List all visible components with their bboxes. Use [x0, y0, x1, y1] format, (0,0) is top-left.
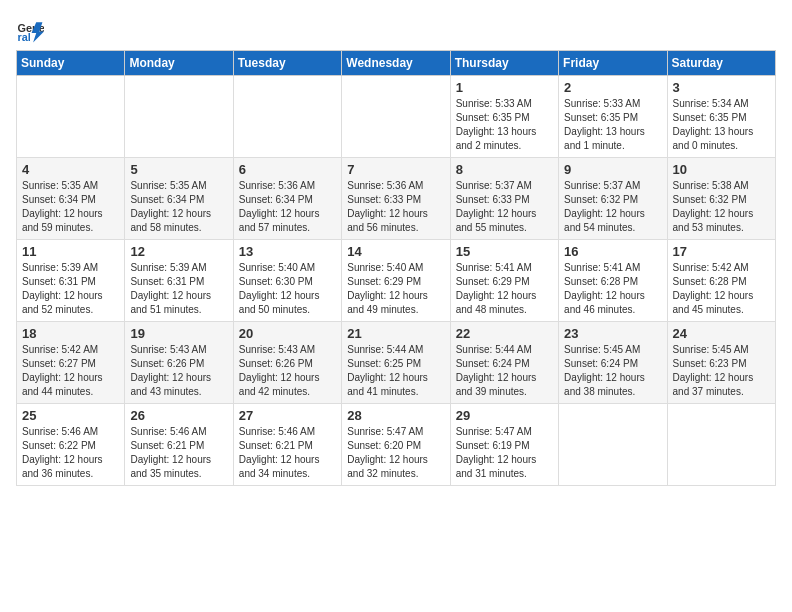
calendar-day-header: Saturday — [667, 51, 775, 76]
day-info: Sunrise: 5:41 AM Sunset: 6:28 PM Dayligh… — [564, 261, 661, 317]
logo: Gene ral — [16, 16, 48, 44]
calendar-cell: 4Sunrise: 5:35 AM Sunset: 6:34 PM Daylig… — [17, 158, 125, 240]
calendar-cell: 28Sunrise: 5:47 AM Sunset: 6:20 PM Dayli… — [342, 404, 450, 486]
day-info: Sunrise: 5:44 AM Sunset: 6:24 PM Dayligh… — [456, 343, 553, 399]
day-info: Sunrise: 5:36 AM Sunset: 6:34 PM Dayligh… — [239, 179, 336, 235]
day-info: Sunrise: 5:35 AM Sunset: 6:34 PM Dayligh… — [22, 179, 119, 235]
day-number: 10 — [673, 162, 770, 177]
calendar-cell: 5Sunrise: 5:35 AM Sunset: 6:34 PM Daylig… — [125, 158, 233, 240]
day-info: Sunrise: 5:45 AM Sunset: 6:24 PM Dayligh… — [564, 343, 661, 399]
day-number: 24 — [673, 326, 770, 341]
calendar-cell — [667, 404, 775, 486]
calendar-cell — [125, 76, 233, 158]
calendar-cell: 18Sunrise: 5:42 AM Sunset: 6:27 PM Dayli… — [17, 322, 125, 404]
calendar-day-header: Monday — [125, 51, 233, 76]
calendar-cell: 24Sunrise: 5:45 AM Sunset: 6:23 PM Dayli… — [667, 322, 775, 404]
calendar-cell: 20Sunrise: 5:43 AM Sunset: 6:26 PM Dayli… — [233, 322, 341, 404]
page-header: Gene ral — [16, 16, 776, 44]
calendar-cell: 27Sunrise: 5:46 AM Sunset: 6:21 PM Dayli… — [233, 404, 341, 486]
calendar-cell: 16Sunrise: 5:41 AM Sunset: 6:28 PM Dayli… — [559, 240, 667, 322]
day-number: 21 — [347, 326, 444, 341]
calendar-cell — [342, 76, 450, 158]
calendar-cell: 7Sunrise: 5:36 AM Sunset: 6:33 PM Daylig… — [342, 158, 450, 240]
calendar-cell: 19Sunrise: 5:43 AM Sunset: 6:26 PM Dayli… — [125, 322, 233, 404]
day-number: 18 — [22, 326, 119, 341]
day-number: 9 — [564, 162, 661, 177]
calendar-week-row: 18Sunrise: 5:42 AM Sunset: 6:27 PM Dayli… — [17, 322, 776, 404]
day-info: Sunrise: 5:46 AM Sunset: 6:21 PM Dayligh… — [239, 425, 336, 481]
day-number: 29 — [456, 408, 553, 423]
day-number: 12 — [130, 244, 227, 259]
day-number: 3 — [673, 80, 770, 95]
day-number: 28 — [347, 408, 444, 423]
day-info: Sunrise: 5:35 AM Sunset: 6:34 PM Dayligh… — [130, 179, 227, 235]
calendar-table: SundayMondayTuesdayWednesdayThursdayFrid… — [16, 50, 776, 486]
calendar-cell: 6Sunrise: 5:36 AM Sunset: 6:34 PM Daylig… — [233, 158, 341, 240]
day-number: 8 — [456, 162, 553, 177]
day-info: Sunrise: 5:33 AM Sunset: 6:35 PM Dayligh… — [456, 97, 553, 153]
calendar-header-row: SundayMondayTuesdayWednesdayThursdayFrid… — [17, 51, 776, 76]
day-info: Sunrise: 5:46 AM Sunset: 6:22 PM Dayligh… — [22, 425, 119, 481]
calendar-cell: 15Sunrise: 5:41 AM Sunset: 6:29 PM Dayli… — [450, 240, 558, 322]
calendar-cell: 13Sunrise: 5:40 AM Sunset: 6:30 PM Dayli… — [233, 240, 341, 322]
day-number: 4 — [22, 162, 119, 177]
day-info: Sunrise: 5:39 AM Sunset: 6:31 PM Dayligh… — [130, 261, 227, 317]
day-info: Sunrise: 5:40 AM Sunset: 6:29 PM Dayligh… — [347, 261, 444, 317]
day-number: 27 — [239, 408, 336, 423]
calendar-day-header: Wednesday — [342, 51, 450, 76]
calendar-cell — [559, 404, 667, 486]
day-number: 22 — [456, 326, 553, 341]
calendar-week-row: 1Sunrise: 5:33 AM Sunset: 6:35 PM Daylig… — [17, 76, 776, 158]
day-number: 19 — [130, 326, 227, 341]
day-number: 15 — [456, 244, 553, 259]
calendar-day-header: Thursday — [450, 51, 558, 76]
calendar-cell: 11Sunrise: 5:39 AM Sunset: 6:31 PM Dayli… — [17, 240, 125, 322]
day-info: Sunrise: 5:37 AM Sunset: 6:32 PM Dayligh… — [564, 179, 661, 235]
day-info: Sunrise: 5:44 AM Sunset: 6:25 PM Dayligh… — [347, 343, 444, 399]
day-info: Sunrise: 5:38 AM Sunset: 6:32 PM Dayligh… — [673, 179, 770, 235]
day-info: Sunrise: 5:39 AM Sunset: 6:31 PM Dayligh… — [22, 261, 119, 317]
day-info: Sunrise: 5:46 AM Sunset: 6:21 PM Dayligh… — [130, 425, 227, 481]
day-number: 16 — [564, 244, 661, 259]
calendar-week-row: 4Sunrise: 5:35 AM Sunset: 6:34 PM Daylig… — [17, 158, 776, 240]
day-info: Sunrise: 5:43 AM Sunset: 6:26 PM Dayligh… — [130, 343, 227, 399]
day-info: Sunrise: 5:45 AM Sunset: 6:23 PM Dayligh… — [673, 343, 770, 399]
day-info: Sunrise: 5:43 AM Sunset: 6:26 PM Dayligh… — [239, 343, 336, 399]
calendar-day-header: Sunday — [17, 51, 125, 76]
day-number: 20 — [239, 326, 336, 341]
day-info: Sunrise: 5:42 AM Sunset: 6:28 PM Dayligh… — [673, 261, 770, 317]
day-info: Sunrise: 5:37 AM Sunset: 6:33 PM Dayligh… — [456, 179, 553, 235]
calendar-cell: 9Sunrise: 5:37 AM Sunset: 6:32 PM Daylig… — [559, 158, 667, 240]
calendar-cell: 12Sunrise: 5:39 AM Sunset: 6:31 PM Dayli… — [125, 240, 233, 322]
day-number: 11 — [22, 244, 119, 259]
day-number: 5 — [130, 162, 227, 177]
day-info: Sunrise: 5:47 AM Sunset: 6:19 PM Dayligh… — [456, 425, 553, 481]
day-info: Sunrise: 5:40 AM Sunset: 6:30 PM Dayligh… — [239, 261, 336, 317]
calendar-week-row: 25Sunrise: 5:46 AM Sunset: 6:22 PM Dayli… — [17, 404, 776, 486]
day-number: 6 — [239, 162, 336, 177]
calendar-day-header: Tuesday — [233, 51, 341, 76]
calendar-cell: 3Sunrise: 5:34 AM Sunset: 6:35 PM Daylig… — [667, 76, 775, 158]
calendar-cell: 29Sunrise: 5:47 AM Sunset: 6:19 PM Dayli… — [450, 404, 558, 486]
day-number: 1 — [456, 80, 553, 95]
day-info: Sunrise: 5:33 AM Sunset: 6:35 PM Dayligh… — [564, 97, 661, 153]
day-number: 14 — [347, 244, 444, 259]
calendar-week-row: 11Sunrise: 5:39 AM Sunset: 6:31 PM Dayli… — [17, 240, 776, 322]
calendar-cell: 25Sunrise: 5:46 AM Sunset: 6:22 PM Dayli… — [17, 404, 125, 486]
day-number: 26 — [130, 408, 227, 423]
day-info: Sunrise: 5:47 AM Sunset: 6:20 PM Dayligh… — [347, 425, 444, 481]
calendar-day-header: Friday — [559, 51, 667, 76]
calendar-cell: 2Sunrise: 5:33 AM Sunset: 6:35 PM Daylig… — [559, 76, 667, 158]
day-info: Sunrise: 5:36 AM Sunset: 6:33 PM Dayligh… — [347, 179, 444, 235]
day-number: 25 — [22, 408, 119, 423]
day-info: Sunrise: 5:42 AM Sunset: 6:27 PM Dayligh… — [22, 343, 119, 399]
day-number: 17 — [673, 244, 770, 259]
day-number: 2 — [564, 80, 661, 95]
calendar-cell: 21Sunrise: 5:44 AM Sunset: 6:25 PM Dayli… — [342, 322, 450, 404]
day-info: Sunrise: 5:41 AM Sunset: 6:29 PM Dayligh… — [456, 261, 553, 317]
calendar-cell: 23Sunrise: 5:45 AM Sunset: 6:24 PM Dayli… — [559, 322, 667, 404]
day-number: 23 — [564, 326, 661, 341]
calendar-cell — [233, 76, 341, 158]
calendar-cell: 8Sunrise: 5:37 AM Sunset: 6:33 PM Daylig… — [450, 158, 558, 240]
calendar-cell: 1Sunrise: 5:33 AM Sunset: 6:35 PM Daylig… — [450, 76, 558, 158]
